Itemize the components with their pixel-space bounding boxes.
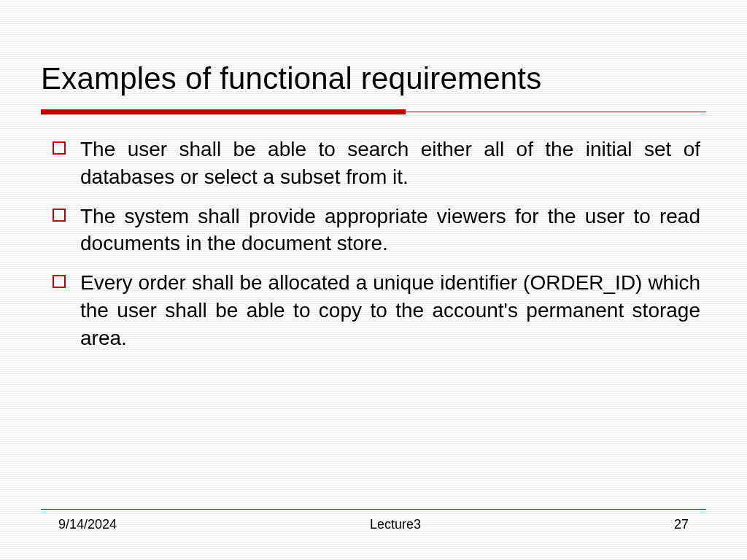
slide-footer: 9/14/2024 Lecture3 27 bbox=[41, 509, 706, 532]
list-item: The user shall be able to search either … bbox=[53, 136, 700, 191]
content-area: The user shall be able to search either … bbox=[41, 136, 703, 352]
footer-rule bbox=[41, 509, 706, 510]
underline-thick bbox=[41, 109, 406, 114]
list-item: Every order shall be allocated a unique … bbox=[53, 269, 700, 351]
square-bullet-icon bbox=[53, 275, 66, 288]
footer-row: 9/14/2024 Lecture3 27 bbox=[41, 517, 706, 532]
slide: Examples of functional requirements The … bbox=[0, 0, 747, 560]
list-item: The system shall provide appropriate vie… bbox=[53, 203, 700, 258]
slide-title: Examples of functional requirements bbox=[41, 61, 703, 96]
square-bullet-icon bbox=[53, 209, 66, 222]
footer-center: Lecture3 bbox=[370, 517, 421, 532]
bullet-text: The user shall be able to search either … bbox=[80, 136, 700, 191]
footer-date: 9/14/2024 bbox=[58, 517, 117, 532]
footer-page-number: 27 bbox=[674, 517, 689, 532]
square-bullet-icon bbox=[53, 141, 66, 155]
title-underline bbox=[41, 109, 703, 115]
bullet-text: Every order shall be allocated a unique … bbox=[80, 269, 700, 351]
bullet-text: The system shall provide appropriate vie… bbox=[80, 203, 700, 258]
